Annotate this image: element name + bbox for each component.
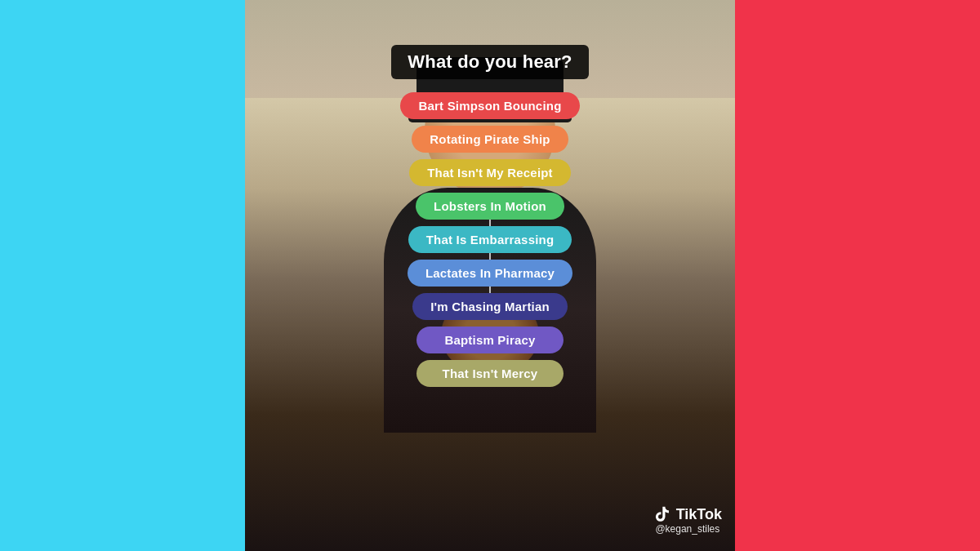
option-btn-5[interactable]: Lactates In Pharmacy: [408, 260, 572, 287]
tiktok-platform-label: TikTok: [676, 506, 722, 523]
option-btn-3[interactable]: Lobsters In Motion: [416, 193, 564, 220]
option-btn-7[interactable]: Baptism Piracy: [416, 327, 564, 353]
option-btn-1[interactable]: Rotating Pirate Ship: [412, 126, 568, 153]
option-btn-0[interactable]: Bart Simpson Bouncing: [400, 92, 579, 119]
right-background-panel: [735, 0, 980, 551]
content-overlay: What do you hear? Bart Simpson BouncingR…: [245, 0, 735, 551]
option-btn-6[interactable]: I'm Chasing Martian: [412, 293, 568, 320]
tiktok-watermark: TikTok @kegan_stiles: [653, 505, 722, 535]
left-background-panel: [0, 0, 245, 551]
video-panel: What do you hear? Bart Simpson BouncingR…: [245, 0, 735, 551]
options-list: Bart Simpson BouncingRotating Pirate Shi…: [245, 92, 735, 387]
option-btn-2[interactable]: That Isn't My Receipt: [409, 159, 571, 186]
tiktok-icon: [653, 505, 671, 523]
tiktok-logo-row: TikTok: [653, 505, 722, 523]
tiktok-username: @kegan_stiles: [655, 523, 719, 535]
question-label: What do you hear?: [391, 45, 588, 79]
option-btn-8[interactable]: That Isn't Mercy: [416, 360, 564, 387]
option-btn-4[interactable]: That Is Embarrassing: [408, 226, 572, 253]
